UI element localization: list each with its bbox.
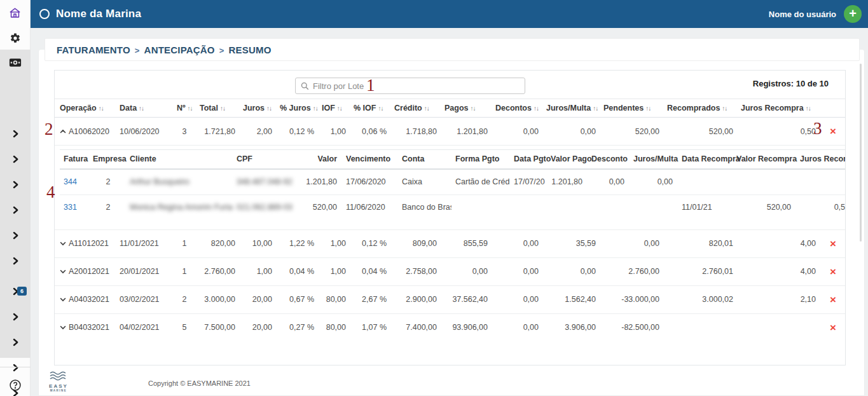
cell-decontos: 0,00 — [490, 229, 541, 257]
sidebar-item-settings[interactable] — [0, 25, 30, 51]
cell-empresa: 2 — [89, 195, 126, 221]
invoice-link[interactable]: 331 — [64, 203, 77, 212]
column-header-total[interactable]: Total↑↓ — [195, 99, 238, 118]
breadcrumb-faturamento[interactable]: FATURAMENTO — [57, 44, 130, 55]
delete-button[interactable]: × — [830, 125, 836, 137]
sort-arrows-icon[interactable]: ↑↓ — [188, 105, 193, 112]
sidebar-chevron-item[interactable]: 6 — [0, 278, 31, 304]
help-icon — [9, 379, 22, 392]
sidebar-chevron-item[interactable] — [0, 172, 31, 197]
expand-toggle[interactable]: A04032021 — [60, 295, 112, 304]
sort-arrows-icon[interactable]: ↑↓ — [220, 105, 225, 112]
sort-arrows-icon[interactable]: ↑↓ — [534, 105, 539, 112]
sort-arrows-icon[interactable]: ↑↓ — [593, 105, 598, 112]
column-header-juros_recompra[interactable]: Juros Recompra↑↓ — [736, 99, 818, 118]
sort-arrows-icon[interactable]: ↑↓ — [722, 105, 727, 112]
column-header-pendentes[interactable]: Pendentes↑↓ — [598, 99, 662, 118]
column-header-juros_multa[interactable]: Juros/Multa↑↓ — [541, 99, 598, 118]
cell-forma_pgto: Cartão de Crédito — [451, 169, 510, 195]
sidebar-chevron-item[interactable] — [0, 304, 31, 329]
column-header-cliente: Cliente — [126, 150, 233, 169]
sidebar-chevron-item[interactable] — [0, 329, 31, 355]
chevron-right-icon — [12, 231, 19, 240]
cell-juros: 20,00 — [238, 313, 275, 341]
column-header-n[interactable]: Nº↑↓ — [172, 99, 195, 118]
delete-button[interactable]: × — [830, 266, 836, 278]
user-name[interactable]: Nome do usuário — [769, 10, 836, 19]
sidebar-chevron-item[interactable] — [0, 146, 31, 172]
sidebar-chevron-item[interactable] — [0, 222, 31, 248]
cell-forma_pgto — [451, 195, 510, 221]
sidebar-chevron-item[interactable] — [0, 197, 31, 222]
sidebar-chevron-item[interactable] — [0, 248, 31, 273]
cell-op: A04032021 — [55, 285, 114, 313]
column-header-pagos[interactable]: Pagos↑↓ — [439, 99, 490, 118]
column-header-recomprados[interactable]: Recomprados↑↓ — [662, 99, 736, 118]
invoices-subtable-wrap: FaturaEmpresaClienteCPFValorVencimentoCo… — [55, 146, 845, 229]
chevron-right-icon — [12, 181, 19, 189]
chevron-down-icon — [60, 325, 66, 330]
cell-credito: 809,00 — [389, 229, 439, 257]
column-header-op[interactable]: Operação↑↓ — [55, 99, 114, 118]
column-header-decontos[interactable]: Decontos↑↓ — [490, 99, 541, 118]
sort-arrows-icon[interactable]: ↑↓ — [471, 105, 476, 112]
cell-pendentes: 2.760,00 — [598, 257, 662, 285]
cell-piof: 2,67 % — [348, 285, 389, 313]
column-header-piof[interactable]: % IOF↑↓ — [348, 99, 389, 118]
cell-data_pgto — [510, 195, 547, 221]
cell-iof: 1,00 — [317, 257, 348, 285]
chevron-right-icon — [12, 155, 19, 163]
cell-valor_pago — [547, 195, 588, 221]
cell-total: 7.500,00 — [195, 313, 238, 341]
sort-arrows-icon[interactable]: ↑↓ — [378, 105, 383, 112]
sort-arrows-icon[interactable]: ↑↓ — [99, 105, 104, 112]
waves-icon — [49, 371, 68, 381]
sort-arrows-icon[interactable]: ↑↓ — [645, 105, 651, 112]
delete-button[interactable]: × — [830, 238, 836, 250]
cell-total: 1.721,80 — [195, 118, 238, 146]
money-icon — [9, 58, 22, 67]
expand-toggle[interactable]: A20012021 — [60, 267, 112, 276]
cell-iof: 1,00 — [317, 118, 348, 146]
cell-decontos: 0,00 — [490, 313, 541, 341]
cell-juros_recompra: 0,50 — [796, 195, 845, 221]
sidebar-item-help[interactable] — [0, 372, 31, 396]
sort-arrows-icon[interactable]: ↑↓ — [806, 105, 811, 112]
column-header-credito[interactable]: Crédito↑↓ — [389, 99, 439, 118]
copyright-text: Copyright © EASYMARINE 2021 — [148, 379, 251, 387]
sidebar-chevron-item[interactable] — [0, 121, 31, 146]
cell-pjuros: 0,67 % — [275, 285, 317, 313]
invoice-link[interactable]: 344 — [64, 177, 77, 186]
sort-arrows-icon[interactable]: ↑↓ — [337, 105, 342, 112]
chevron-right-icon — [12, 313, 19, 321]
cell-action: × — [818, 118, 845, 146]
sidebar-item-billing-active[interactable] — [0, 50, 31, 75]
cell-juros_recompra — [796, 169, 845, 195]
sidebar-item-home[interactable] — [0, 0, 30, 25]
chevron-right-icon — [12, 364, 19, 372]
logo-text-easy: EASY — [47, 383, 70, 389]
logo-text-marine: MARINE — [47, 389, 70, 393]
cell-n: 1 — [172, 257, 195, 285]
operation-row: A0403202103/02/202123.000,0020,000,67 %8… — [55, 285, 845, 313]
cell-desconto: 0,00 — [588, 169, 630, 195]
column-header-valor: Valor — [293, 150, 342, 169]
column-header-data[interactable]: Data↑↓ — [114, 99, 172, 118]
vertical-scrollbar-thumb[interactable] — [860, 64, 862, 242]
breadcrumb-antecipacao[interactable]: ANTECIPAÇÃO — [144, 44, 215, 55]
delete-button[interactable]: × — [830, 294, 836, 306]
column-header-pjuros[interactable]: % Juros↑↓ — [275, 99, 317, 118]
sort-arrows-icon[interactable]: ↑↓ — [313, 105, 318, 112]
column-header-iof[interactable]: IOF↑↓ — [317, 99, 348, 118]
sort-arrows-icon[interactable]: ↑↓ — [139, 105, 144, 112]
column-header-juros[interactable]: Juros↑↓ — [238, 99, 275, 118]
sort-arrows-icon[interactable]: ↑↓ — [266, 105, 272, 112]
cell-juros_multa: 1.562,40 — [541, 285, 598, 313]
expand-toggle[interactable]: A11012021 — [60, 239, 112, 248]
expand-toggle[interactable]: A10062020 — [60, 127, 112, 136]
add-button[interactable]: + — [844, 5, 862, 23]
expand-toggle[interactable]: B04032021 — [60, 323, 112, 332]
filter-input[interactable] — [313, 81, 525, 91]
sort-arrows-icon[interactable]: ↑↓ — [424, 105, 429, 112]
delete-button[interactable]: × — [830, 322, 836, 334]
